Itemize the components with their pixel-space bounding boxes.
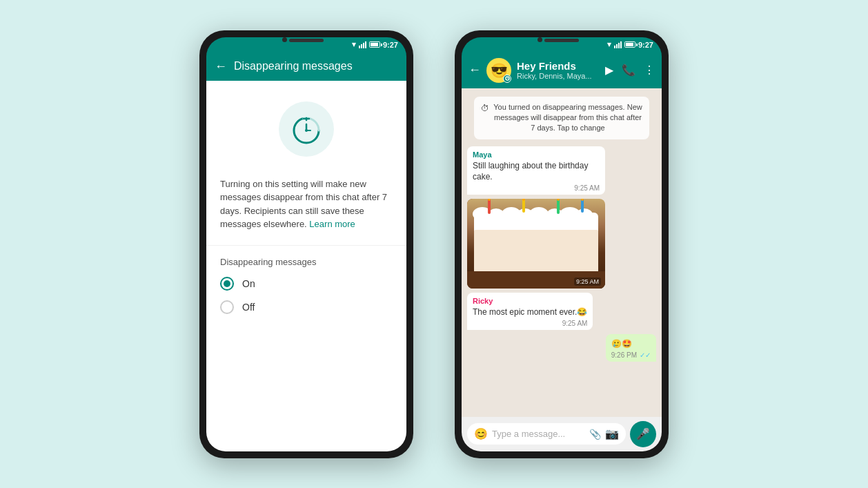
section-label: Disappearing messages	[220, 257, 393, 267]
status-bar-right-2: ▾ 9:27	[607, 40, 653, 49]
status-time-2: 9:27	[638, 41, 653, 49]
screen-title-1: Disappearing messages	[234, 60, 353, 72]
radio-off-label: Off	[242, 302, 255, 313]
chat-back-button[interactable]: ←	[468, 63, 481, 77]
message-input-placeholder[interactable]: Type a message...	[492, 429, 585, 439]
emoji-picker-icon[interactable]: 😊	[474, 427, 488, 440]
disappearing-badge	[503, 75, 511, 83]
msg-sender-maya: Maya	[473, 150, 600, 159]
img-time: 9:25 AM	[574, 277, 601, 286]
timer-svg-icon	[289, 112, 324, 146]
msg-time-outgoing: 9:26 PM	[611, 351, 637, 359]
msg-outgoing-emoji: 🥲🤩 9:26 PM ✓✓	[606, 334, 656, 362]
attach-icon[interactable]: 📎	[589, 429, 601, 440]
chat-header-actions: ▶ 📞 ⋮	[605, 64, 655, 77]
msg-sender-ricky: Ricky	[473, 297, 587, 305]
more-options-icon[interactable]: ⋮	[644, 64, 655, 77]
radio-section: Disappearing messages On Off	[206, 246, 406, 335]
signal-icon-2	[614, 41, 622, 48]
disappearing-system-note[interactable]: ⏱ You turned on disappearing messages. N…	[474, 97, 649, 139]
voice-call-icon[interactable]: 📞	[622, 64, 635, 77]
chat-group-name: Hey Friends	[517, 60, 600, 72]
msg-time-maya: 9:25 AM	[473, 184, 600, 192]
msg-maya-text: Maya Still laughing about the birthday c…	[467, 146, 605, 195]
timer-icon-circle	[279, 101, 334, 157]
chat-app-bar: ← 😎 Hey Friends Ricky, Dennis, Maya... ▶…	[462, 52, 662, 88]
learn-more-link[interactable]: Learn more	[309, 219, 355, 229]
mic-button[interactable]: 🎤	[630, 421, 656, 447]
chat-input-area: 😊 Type a message... 📎 📷 🎤	[462, 417, 662, 451]
radio-option-off[interactable]: Off	[220, 300, 393, 314]
wifi-icon: ▾	[352, 40, 356, 49]
msg-read-ticks: ✓✓	[640, 351, 651, 359]
signal-icon-1	[359, 41, 366, 48]
system-note-text: You turned on disappearing messages. New…	[493, 102, 642, 134]
msg-cake-image: 9:25 AM	[467, 199, 605, 289]
msg-ricky-text: Ricky The most epic moment ever.😂 9:25 A…	[467, 293, 593, 330]
radio-on-indicator[interactable]	[220, 277, 234, 291]
back-button-1[interactable]: ←	[215, 59, 227, 74]
timer-icon-section	[206, 81, 406, 170]
status-time-1: 9:27	[383, 41, 398, 49]
msg-text-ricky: The most epic moment ever.😂	[473, 306, 587, 318]
settings-content: Turning on this setting will make new me…	[206, 81, 406, 451]
wifi-icon-2: ▾	[607, 40, 611, 49]
cake-image-visual: 9:25 AM	[467, 199, 605, 289]
battery-icon-1	[369, 41, 380, 48]
radio-on-inner	[224, 280, 230, 287]
msg-emoji-text: 🥲🤩	[611, 338, 637, 350]
radio-option-on[interactable]: On	[220, 277, 393, 291]
group-avatar: 😎	[486, 58, 511, 83]
chat-members: Ricky, Dennis, Maya...	[517, 72, 600, 80]
timer-note-icon: ⏱	[481, 103, 489, 115]
msg-outgoing-content: 🥲🤩 9:26 PM	[611, 338, 637, 359]
description-section: Turning on this setting will make new me…	[206, 170, 406, 246]
video-call-icon[interactable]: ▶	[605, 64, 613, 77]
message-input-box[interactable]: 😊 Type a message... 📎 📷	[467, 423, 626, 445]
phone-1: ▾ 9:27 ← Disappearing messages	[199, 30, 413, 458]
msg-time-ricky: 9:25 AM	[473, 320, 587, 327]
camera-icon[interactable]: 📷	[605, 427, 619, 440]
chat-header-info: Hey Friends Ricky, Dennis, Maya...	[517, 60, 600, 80]
description-text: Turning on this setting will make new me…	[220, 179, 387, 230]
chat-body: ⏱ You turned on disappearing messages. N…	[462, 88, 662, 417]
radio-off-indicator[interactable]	[220, 300, 234, 314]
status-bar-right-1: ▾ 9:27	[352, 40, 398, 49]
radio-on-label: On	[242, 278, 255, 289]
battery-icon-2	[624, 41, 635, 48]
msg-text-maya: Still laughing about the birthday cake.	[473, 160, 600, 184]
mic-icon: 🎤	[636, 427, 650, 440]
app-bar-1: ← Disappearing messages	[206, 52, 406, 81]
phone-2: ▾ 9:27 ← 😎	[455, 30, 669, 458]
